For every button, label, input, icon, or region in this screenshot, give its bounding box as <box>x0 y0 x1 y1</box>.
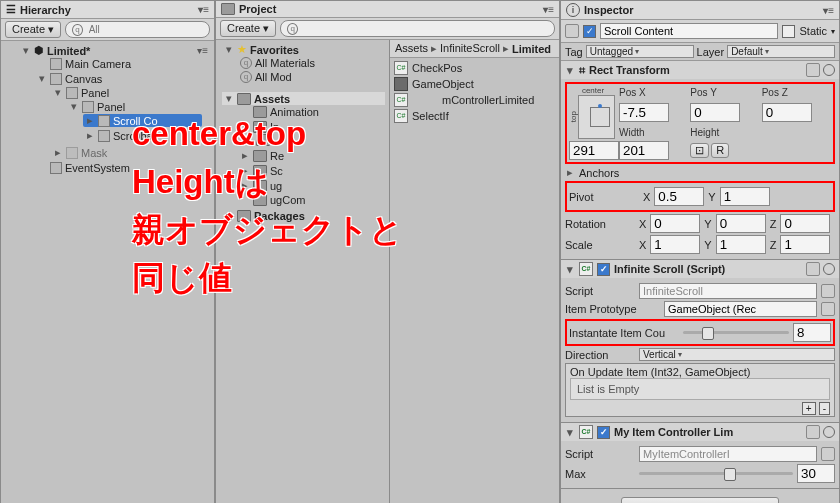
hierarchy-item-scroll-content[interactable]: Scroll Co <box>113 115 158 127</box>
active-checkbox[interactable]: ✓ <box>583 25 596 38</box>
scale-label: Scale <box>565 239 635 251</box>
inspector-tab[interactable]: i Inspector ▾≡ <box>561 1 839 20</box>
scene-root[interactable]: Limited* <box>47 45 90 57</box>
item-prototype-field[interactable] <box>664 301 817 317</box>
add-component-button[interactable]: Add Component <box>621 497 779 503</box>
help-icon[interactable] <box>806 425 820 439</box>
rot-x-input[interactable] <box>650 214 700 233</box>
raw-edit-button[interactable]: R <box>711 143 729 158</box>
hierarchy-search-input[interactable] <box>87 23 203 36</box>
rot-z-input[interactable] <box>780 214 830 233</box>
star-icon: ★ <box>237 43 247 56</box>
height-input[interactable] <box>619 141 669 160</box>
rot-y-input[interactable] <box>716 214 766 233</box>
component-enabled-checkbox[interactable]: ✓ <box>597 263 610 276</box>
instantiate-count-input[interactable] <box>793 323 831 342</box>
hierarchy-tree[interactable]: ▾⬢ Limited* ▾≡ Main Camera ▾Canvas ▾Pane… <box>1 41 214 503</box>
gameobject-thumb-icon[interactable] <box>565 24 579 38</box>
static-checkbox[interactable] <box>782 25 795 38</box>
asset-checkpos[interactable]: CheckPos <box>412 62 462 74</box>
layer-dropdown[interactable]: Default <box>727 45 835 58</box>
folder-icon <box>253 180 267 192</box>
hierarchy-item-panel[interactable]: Panel <box>81 87 109 99</box>
component-enabled-checkbox[interactable]: ✓ <box>597 426 610 439</box>
rect-transform-header[interactable]: ▾ ⌗ Rect Transform <box>561 61 839 79</box>
pane-options-icon[interactable]: ▾≡ <box>198 4 209 15</box>
foldout-icon[interactable]: ▾ <box>565 64 575 77</box>
scl-z-input[interactable] <box>780 235 830 254</box>
asset-controller[interactable]: mControllerLimited <box>442 94 534 106</box>
project-search[interactable]: q <box>280 20 555 37</box>
project-assets-list[interactable]: C#CheckPos GameObject C#mControllerLimit… <box>390 58 559 126</box>
pivot-label: Pivot <box>569 191 639 203</box>
object-picker-icon[interactable] <box>821 284 835 298</box>
hierarchy-item-panel-inner[interactable]: Panel <box>97 101 125 113</box>
fav-all-materials[interactable]: All Materials <box>255 57 315 69</box>
tag-dropdown[interactable]: Untagged <box>586 45 694 58</box>
direction-dropdown[interactable]: Vertical <box>639 348 835 361</box>
create-button[interactable]: Create ▾ <box>5 21 61 38</box>
posz-input[interactable] <box>762 103 812 122</box>
help-icon[interactable] <box>806 262 820 276</box>
project-breadcrumb[interactable]: Assets InfiniteScroll Limited <box>390 40 559 58</box>
asset-gameobject[interactable]: GameObject <box>412 78 474 90</box>
gameobject-icon <box>50 162 62 174</box>
project-tab[interactable]: Project ▾≡ <box>216 1 559 18</box>
instantiate-count-slider[interactable] <box>683 331 789 334</box>
folder-item[interactable]: Sc <box>270 165 283 177</box>
hierarchy-item-mask[interactable]: Mask <box>81 147 107 159</box>
posy-input[interactable] <box>690 103 740 122</box>
folder-item[interactable]: ugCom <box>270 194 305 206</box>
anchor-preset-button[interactable] <box>578 95 615 139</box>
project-search-input[interactable] <box>302 22 548 35</box>
object-picker-icon[interactable] <box>821 302 835 316</box>
blueprint-button[interactable]: ⊡ <box>690 143 709 158</box>
scl-y-input[interactable] <box>716 235 766 254</box>
folder-animation[interactable]: Animation <box>270 106 319 118</box>
help-icon[interactable] <box>806 63 820 77</box>
max-slider[interactable] <box>639 472 793 475</box>
folder-item[interactable]: Re <box>270 150 284 162</box>
project-create-button[interactable]: Create ▾ <box>220 20 276 37</box>
object-picker-icon[interactable] <box>821 447 835 461</box>
gameobject-name-input[interactable] <box>600 23 778 39</box>
event-remove-button[interactable]: - <box>819 402 830 415</box>
gear-icon[interactable] <box>823 64 835 76</box>
gear-icon[interactable] <box>823 426 835 438</box>
pivot-y-input[interactable] <box>720 187 770 206</box>
max-input[interactable] <box>797 464 835 483</box>
project-folder-tree[interactable]: ▾★Favorites qAll Materials qAll Mod ▾Ass… <box>216 40 390 503</box>
event-add-button[interactable]: + <box>802 402 816 415</box>
folder-item[interactable]: ug <box>270 180 282 192</box>
width-input[interactable] <box>569 141 619 160</box>
project-favorites[interactable]: Favorites <box>250 44 299 56</box>
foldout-icon[interactable]: ▾ <box>565 263 575 276</box>
crumb-assets[interactable]: Assets <box>395 42 437 55</box>
hierarchy-item-canvas[interactable]: Canvas <box>65 73 102 85</box>
folder-sub[interactable]: … <box>273 134 284 146</box>
anchors-foldout[interactable]: ▸ <box>565 166 575 179</box>
asset-selectif[interactable]: SelectIf <box>412 110 449 122</box>
crumb-infinitescroll[interactable]: InfiniteScroll <box>440 42 509 55</box>
gameobject-icon <box>98 115 110 127</box>
fav-all-models[interactable]: All Mod <box>255 71 292 83</box>
folder-item[interactable]: In <box>270 121 279 133</box>
hierarchy-search[interactable]: q <box>65 21 210 38</box>
project-packages[interactable]: Packages <box>254 210 305 222</box>
gear-icon[interactable] <box>823 263 835 275</box>
foldout-icon[interactable]: ▾ <box>565 426 575 439</box>
item-controller-header[interactable]: ▾ C# ✓ My Item Controller Lim <box>561 423 839 441</box>
pivot-x-input[interactable] <box>654 187 704 206</box>
pane-options-icon[interactable]: ▾≡ <box>543 4 554 15</box>
hierarchy-item-main-camera[interactable]: Main Camera <box>65 58 131 70</box>
scl-x-input[interactable] <box>650 235 700 254</box>
project-assets[interactable]: Assets <box>254 93 290 105</box>
posx-input[interactable] <box>619 103 669 122</box>
pane-options-icon[interactable]: ▾≡ <box>823 5 834 16</box>
hierarchy-item-scrollbar[interactable]: Scrollbar <box>113 130 156 142</box>
hierarchy-item-eventsystem[interactable]: EventSystem <box>65 162 130 174</box>
crumb-limited[interactable]: Limited <box>512 43 551 55</box>
hierarchy-tab[interactable]: ☰ Hierarchy ▾≡ <box>1 1 214 19</box>
layer-label: Layer <box>697 46 725 58</box>
infinite-scroll-header[interactable]: ▾ C# ✓ Infinite Scroll (Script) <box>561 260 839 278</box>
